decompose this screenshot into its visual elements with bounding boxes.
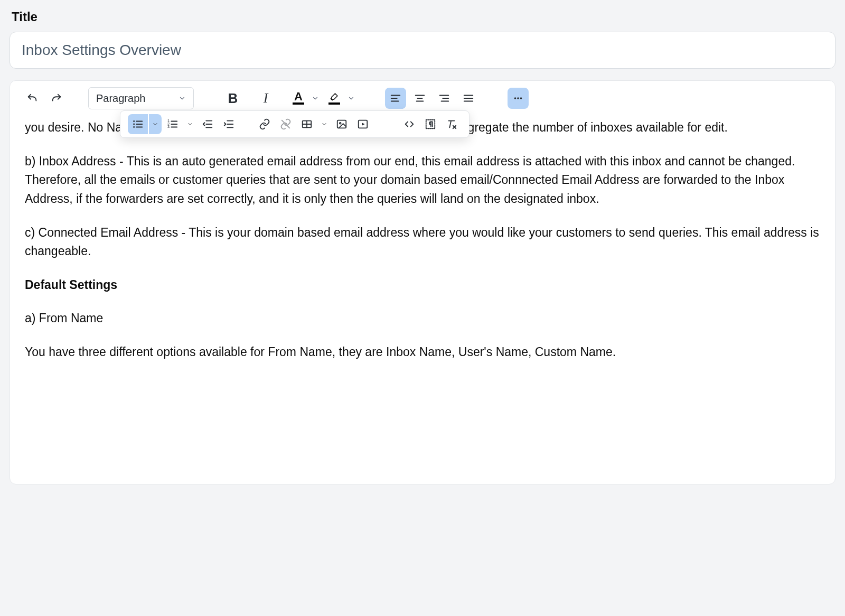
svg-point-17 [133, 124, 135, 125]
bullet-list-icon [132, 118, 144, 130]
align-justify-icon [463, 92, 474, 104]
paragraph-from-name-body: You have three different options availab… [25, 343, 820, 362]
editor-toolbar-secondary: 1 2 3 [120, 110, 470, 138]
title-label: Title [12, 10, 835, 24]
indent-button[interactable] [219, 114, 239, 134]
block-format-select[interactable]: Paragraph [88, 87, 194, 109]
editor-toolbar-primary: Paragraph B I A [10, 81, 835, 114]
outdent-icon [202, 118, 213, 130]
highlighter-icon [328, 92, 340, 101]
align-justify-button[interactable] [458, 88, 479, 109]
align-center-button[interactable] [409, 88, 430, 109]
align-left-button[interactable] [385, 88, 406, 109]
clear-formatting-button[interactable] [442, 114, 462, 134]
numbered-list-button[interactable]: 1 2 3 [163, 114, 183, 134]
paragraph-inbox-address: b) Inbox Address - This is an auto gener… [25, 152, 820, 209]
svg-point-13 [517, 97, 519, 99]
video-icon [357, 118, 369, 130]
bold-icon: B [228, 90, 238, 107]
editor-document: you desire. No Name (See below) o [25, 118, 820, 362]
remove-link-button[interactable] [276, 114, 296, 134]
pilcrow-select-icon [425, 118, 436, 130]
align-center-icon [414, 92, 426, 104]
insert-media-button[interactable] [353, 114, 373, 134]
svg-point-38 [340, 123, 341, 124]
bullet-list-button[interactable] [128, 114, 148, 134]
bold-button[interactable]: B [222, 88, 243, 109]
insert-table-button[interactable] [297, 114, 317, 134]
title-input[interactable] [10, 32, 835, 69]
outdent-button[interactable] [198, 114, 218, 134]
text-color-bar [293, 102, 304, 105]
insert-image-button[interactable] [332, 114, 352, 134]
paragraph-from-name-label: a) From Name [25, 309, 820, 328]
text-color-icon: A [294, 92, 303, 101]
editor-content-area[interactable]: you desire. No Name (See below) o [10, 114, 835, 484]
insert-table-dropdown[interactable] [318, 114, 331, 134]
align-right-icon [438, 92, 450, 104]
chevron-down-icon [152, 121, 158, 127]
svg-text:3: 3 [167, 124, 170, 129]
source-code-button[interactable] [399, 114, 419, 134]
chevron-down-icon [187, 121, 193, 127]
text-color-picker[interactable]: A [288, 88, 321, 109]
italic-button[interactable]: I [255, 88, 276, 109]
clear-format-icon [446, 118, 457, 130]
show-invisible-chars-button[interactable] [420, 114, 440, 134]
link-icon [259, 118, 270, 130]
italic-icon: I [264, 90, 268, 106]
chevron-down-icon [321, 121, 327, 127]
undo-icon [26, 92, 38, 104]
unlink-icon [280, 118, 292, 130]
chevron-down-icon [310, 95, 321, 102]
chevron-down-icon [179, 95, 186, 102]
redo-icon [51, 92, 62, 104]
paragraph-connected-email: c) Connected Email Address - This is you… [25, 223, 820, 261]
svg-point-19 [133, 126, 135, 128]
svg-point-12 [514, 97, 517, 99]
numbered-list-dropdown[interactable] [184, 114, 196, 134]
numbered-list-icon: 1 2 3 [167, 118, 179, 130]
bullet-list-dropdown[interactable] [149, 114, 162, 134]
highlight-color-bar [328, 102, 340, 105]
indent-icon [223, 118, 234, 130]
heading-default-settings: Default Settings [25, 276, 820, 295]
more-options-button[interactable] [508, 88, 529, 109]
svg-point-14 [520, 97, 522, 99]
align-right-button[interactable] [434, 88, 455, 109]
rich-text-editor: Paragraph B I A [10, 80, 835, 484]
svg-marker-40 [362, 123, 365, 126]
svg-rect-37 [337, 120, 346, 128]
chevron-down-icon [346, 95, 356, 102]
insert-link-button[interactable] [255, 114, 275, 134]
highlight-color-picker[interactable] [324, 88, 356, 109]
code-icon [403, 118, 415, 130]
block-format-label: Paragraph [96, 92, 145, 105]
align-left-icon [390, 92, 401, 104]
ellipsis-icon [512, 92, 524, 104]
undo-button[interactable] [22, 88, 43, 109]
image-icon [336, 118, 348, 130]
svg-point-15 [133, 120, 135, 122]
table-icon [301, 118, 313, 130]
redo-button[interactable] [46, 88, 67, 109]
